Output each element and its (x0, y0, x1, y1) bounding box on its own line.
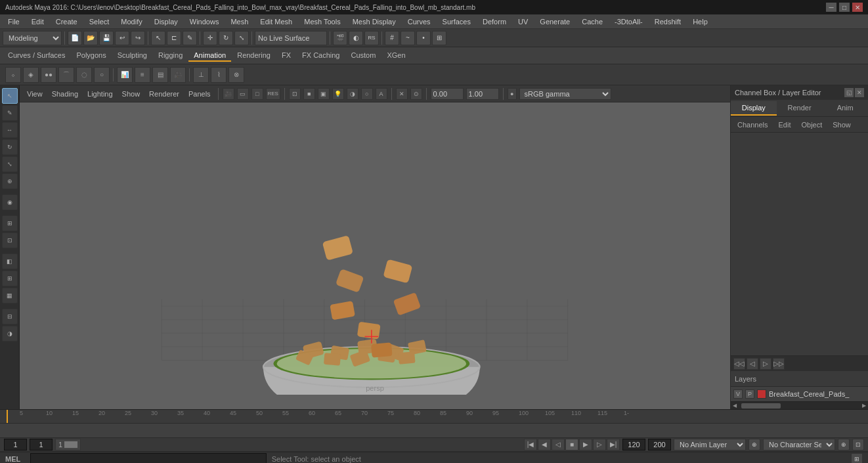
mel-input[interactable] (30, 453, 267, 463)
layer-visibility-toggle[interactable]: V (733, 389, 743, 399)
scale-tool-left-btn[interactable]: ⤡ (2, 156, 18, 172)
timeline-track[interactable] (0, 424, 868, 437)
select-tool-btn[interactable]: ↖ (151, 31, 165, 45)
menu-edit-mesh[interactable]: Edit Mesh (255, 16, 297, 27)
save-btn[interactable]: 💾 (99, 31, 114, 45)
menu-cache[interactable]: Cache (576, 16, 608, 27)
shelf-tab-fx[interactable]: FX (276, 50, 296, 62)
scene-assembly-btn[interactable]: ▦ (2, 288, 18, 303)
vp-menu-view[interactable]: View (24, 89, 46, 99)
panel-close-btn[interactable]: ✕ (855, 88, 864, 97)
menu-edit[interactable]: Edit (26, 16, 49, 27)
menu-create[interactable]: Create (51, 16, 83, 27)
step-back-btn[interactable]: ◀ (538, 439, 551, 451)
play-fwd-btn[interactable]: ▶ (579, 439, 592, 451)
ipr-btn[interactable]: ◐ (349, 31, 363, 45)
vp-aa-btn[interactable]: A (376, 88, 387, 100)
vp-smooth-btn[interactable]: ■ (303, 88, 315, 100)
select-mode-btn[interactable]: ↖ (2, 88, 18, 104)
viewport-layout-btn[interactable]: ⊟ (2, 309, 18, 324)
playhead[interactable] (7, 410, 8, 423)
range-end-input[interactable] (648, 439, 671, 451)
menu-mesh-tools[interactable]: Mesh Tools (299, 16, 345, 27)
shelf-tab-rendering[interactable]: Rendering (232, 50, 276, 62)
char-set-extra-btn[interactable]: ⊡ (852, 439, 864, 451)
vp-camera-btn[interactable]: 🎥 (223, 88, 234, 100)
layer-prev-btn[interactable]: ◁◁ (733, 358, 745, 370)
shelf-icon-trax[interactable]: ▤ (152, 67, 168, 83)
goto-start-btn[interactable]: |◀ (524, 439, 537, 451)
tab-display[interactable]: Display (731, 101, 777, 116)
step-fwd-btn[interactable]: ▷ (593, 439, 606, 451)
scroll-right-arrow[interactable]: ▶ (860, 403, 868, 408)
render-view-btn[interactable]: ◑ (2, 326, 18, 342)
subtab-show[interactable]: Show (829, 120, 855, 130)
vp-tex-btn[interactable]: ▣ (318, 88, 330, 100)
menu-redshift[interactable]: Redshift (649, 16, 686, 27)
menu-mesh[interactable]: Mesh (225, 16, 253, 27)
universal-tool-btn[interactable]: ⊕ (2, 173, 18, 189)
shelf-tab-custom[interactable]: Custom (346, 50, 381, 62)
timeline-ruler[interactable]: 5 10 15 20 25 30 35 40 45 50 55 60 65 70… (0, 410, 868, 424)
shelf-tab-polygons[interactable]: Polygons (71, 50, 111, 62)
subtab-channels[interactable]: Channels (733, 120, 771, 130)
open-scene-btn[interactable]: 📂 (83, 31, 98, 45)
snap-grid-btn[interactable]: # (385, 31, 399, 45)
vp-menu-show[interactable]: Show (119, 89, 144, 99)
vp-shadows-btn[interactable]: ◑ (347, 88, 358, 100)
layer-color-swatch[interactable] (757, 389, 766, 399)
vp-res-btn[interactable]: RES (266, 88, 280, 100)
rotate-tool-left-btn[interactable]: ↻ (2, 139, 18, 155)
menu-deform[interactable]: Deform (477, 16, 511, 27)
shelf-icon-graph-ed[interactable]: 📊 (117, 67, 133, 83)
menu-uv[interactable]: UV (513, 16, 533, 27)
shelf-icon-motionpath[interactable]: ⌒ (58, 67, 74, 83)
shelf-tab-sculpting[interactable]: Sculpting (112, 50, 152, 62)
layer-back-btn[interactable]: ◁ (747, 358, 758, 370)
workspace-dropdown[interactable]: Modeling (3, 31, 62, 45)
scale-tool-btn[interactable]: ⤡ (234, 31, 249, 45)
shelf-icon-ghosting[interactable]: ◌ (76, 67, 92, 83)
current-frame-input[interactable] (4, 439, 27, 451)
vp-menu-renderer[interactable]: Renderer (146, 89, 183, 99)
layer-row[interactable]: V P Breakfast_Cereal_Pads_ (731, 387, 868, 401)
panel-float-btn[interactable]: ◱ (844, 88, 854, 97)
move-tool-left-btn[interactable]: ↔ (2, 122, 18, 138)
menu-mesh-display[interactable]: Mesh Display (347, 16, 401, 27)
show-manipulator-btn[interactable]: ⊞ (2, 215, 18, 231)
play-back-btn[interactable]: ◁ (552, 439, 565, 451)
scroll-left-arrow[interactable]: ◀ (731, 403, 739, 408)
menu-help[interactable]: Help (687, 16, 713, 27)
layers-scrollbar[interactable]: ◀ ▶ (731, 401, 868, 409)
minimize-button[interactable]: ─ (826, 3, 836, 12)
char-set-opts-btn[interactable]: ⊕ (838, 439, 850, 451)
shelf-tab-xgen[interactable]: XGen (381, 50, 410, 62)
vp-ao-btn[interactable]: ○ (361, 88, 373, 100)
shelf-icon-ik[interactable]: ⊥ (193, 67, 209, 83)
layer-opts-btn[interactable]: ⊞ (2, 271, 18, 286)
move-tool-btn[interactable]: ✛ (203, 31, 217, 45)
snap-point-btn[interactable]: • (416, 31, 431, 45)
maximize-button[interactable]: □ (839, 3, 850, 12)
vp-lights-btn[interactable]: 💡 (332, 88, 344, 100)
display-layer-btn[interactable]: ◧ (2, 254, 18, 269)
close-button[interactable]: ✕ (852, 3, 863, 12)
shelf-icon-breakdown[interactable]: ◈ (23, 67, 39, 83)
snap-view-btn[interactable]: ⊞ (432, 31, 446, 45)
end-frame-input[interactable] (622, 439, 645, 451)
character-set-dropdown[interactable]: No Character Set (763, 439, 835, 451)
gamma-dropdown[interactable]: sRGB gamma (519, 88, 611, 100)
menu-select[interactable]: Select (84, 16, 115, 27)
menu-display[interactable]: Display (149, 16, 183, 27)
layer-end-btn[interactable]: ▷▷ (773, 358, 785, 370)
menu-generate[interactable]: Generate (534, 16, 575, 27)
shelf-icon-dope-sheet[interactable]: ≡ (135, 67, 150, 83)
vp-menu-shading[interactable]: Shading (49, 89, 81, 99)
frame-start-input[interactable] (30, 439, 53, 451)
vp-menu-panels[interactable]: Panels (185, 89, 214, 99)
vp-xray-btn[interactable]: ✕ (396, 88, 408, 100)
shelf-icon-drivenkl[interactable]: ●● (41, 67, 56, 83)
shelf-tab-rigging[interactable]: Rigging (153, 50, 188, 62)
frame-slider[interactable] (64, 441, 77, 448)
shelf-tab-curves[interactable]: Curves / Surfaces (3, 50, 70, 62)
